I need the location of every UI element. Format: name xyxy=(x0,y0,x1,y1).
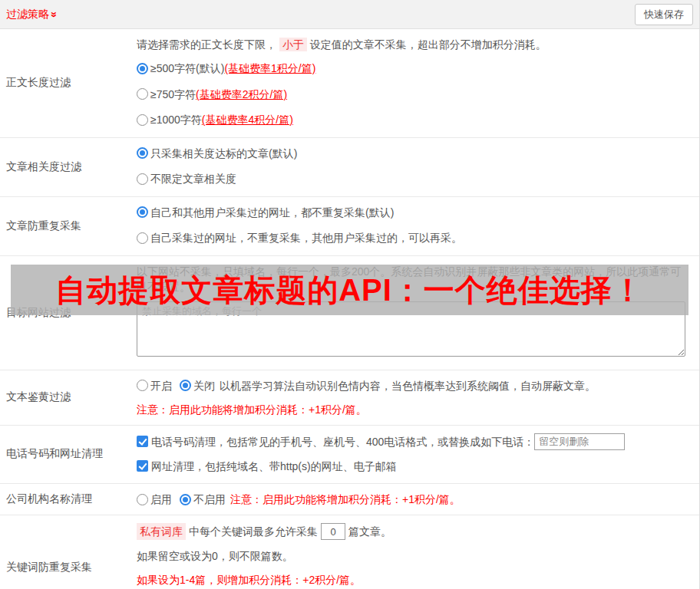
ad-overlay-banner[interactable]: 自动提取文章标题的API：一个绝佳选择！ xyxy=(11,265,688,315)
checkbox-checked-icon[interactable] xyxy=(137,436,148,447)
keyword-dedup-line3: 如果设为1-4篇，则增加积分消耗：+2积分/篇。 xyxy=(137,572,690,587)
radio-icon[interactable] xyxy=(137,380,148,391)
keyword-article-count-input[interactable] xyxy=(321,523,345,540)
private-lexicon-highlight: 私有词库 xyxy=(137,523,186,540)
section-title-toggle[interactable]: 过滤策略 xyxy=(6,8,58,21)
radio-option-porn-off[interactable]: 关闭 xyxy=(180,378,215,393)
porn-filter-desc: 以机器学习算法自动识别色情内容，当色情概率达到系统阈值，自动屏蔽文章。 xyxy=(220,378,596,393)
radio-option-dedup-all[interactable]: 自己和其他用户采集过的网址，都不重复采集(默认) xyxy=(137,205,394,220)
radio-option-1000[interactable]: ≥1000字符 (基础费率4积分/篇) xyxy=(137,112,293,127)
radio-icon[interactable] xyxy=(180,380,191,391)
fee-note: (基础费率4积分/篇) xyxy=(202,112,293,127)
filter-settings-page: 过滤策略 快速保存 正文长度过滤 请选择需求的正文长度下限， 小于 设定值的文章… xyxy=(0,0,700,589)
radio-option-relevance-only[interactable]: 只采集相关度达标的文章(默认) xyxy=(137,146,297,161)
radio-icon[interactable] xyxy=(137,494,148,505)
row-content: 电话号码清理，包括常见的手机号、座机号、400电话格式，或替换成如下电话： 网址… xyxy=(137,426,699,484)
ad-banner-text: 自动提取文章标题的API：一个绝佳选择！ xyxy=(55,269,644,311)
row-content: 开启 关闭 以机器学习算法自动识别色情内容，当色情概率达到系统阈值，自动屏蔽文章… xyxy=(137,370,699,425)
row-keyword-dedup: 关键词防重复采集 私有词库 中每个关键词最多允许采集 篇文章。 如果留空或设为0… xyxy=(0,515,699,589)
row-label: 电话号码和网址清理 xyxy=(0,426,137,484)
replacement-phone-input[interactable] xyxy=(534,433,625,450)
radio-option-750[interactable]: ≥750字符 (基础费率2积分/篇) xyxy=(137,87,287,102)
radio-icon[interactable] xyxy=(137,173,148,185)
row-article-dedup: 文章防重复采集 自己和其他用户采集过的网址，都不重复采集(默认) 自己采集过的网… xyxy=(0,197,699,256)
radio-icon[interactable] xyxy=(137,147,148,159)
row-content: 启用 不启用 注意：启用此功能将增加积分消耗：+1积分/篇。 xyxy=(137,484,699,515)
radio-option-porn-on[interactable]: 开启 xyxy=(137,378,172,393)
row-porn-filter: 文本鉴黄过滤 开启 关闭 以机器学习算法自动识别色情内容，当色情概率达到系统阈值… xyxy=(0,370,699,426)
quick-save-button[interactable]: 快速保存 xyxy=(635,4,693,25)
fee-note: (基础费率1积分/篇) xyxy=(224,61,315,76)
keyword-dedup-line2: 如果留空或设为0，则不限篇数。 xyxy=(137,548,690,564)
row-label: 公司机构名称清理 xyxy=(0,484,137,515)
row-label: 文章相关度过滤 xyxy=(0,138,137,196)
fee-note: (基础费率2积分/篇) xyxy=(196,87,287,102)
row-relevance-filter: 文章相关度过滤 只采集相关度达标的文章(默认) 不限定文章相关度 xyxy=(0,138,699,197)
row-phone-url-clean: 电话号码和网址清理 电话号码清理，包括常见的手机号、座机号、400电话格式，或替… xyxy=(0,426,699,485)
row-content: 私有词库 中每个关键词最多允许采集 篇文章。 如果留空或设为0，则不限篇数。 如… xyxy=(137,515,699,589)
company-clean-note: 注意：启用此功能将增加积分消耗：+1积分/篇。 xyxy=(230,492,461,507)
row-content: 只采集相关度达标的文章(默认) 不限定文章相关度 xyxy=(137,138,699,196)
row-label: 文本鉴黄过滤 xyxy=(0,370,137,425)
header-bar: 过滤策略 快速保存 xyxy=(0,0,699,29)
row-content: 请选择需求的正文长度下限， 小于 设定值的文章不采集，超出部分不增加积分消耗。 … xyxy=(137,29,699,137)
page-title: 过滤策略 xyxy=(6,8,49,21)
radio-icon[interactable] xyxy=(137,206,148,218)
radio-option-company-enable[interactable]: 启用 xyxy=(137,492,172,507)
radio-option-500[interactable]: ≥500字符(默认) (基础费率1积分/篇) xyxy=(137,61,315,76)
radio-icon[interactable] xyxy=(180,494,191,505)
row-company-clean: 公司机构名称清理 启用 不启用 注意：启用此功能将增加积分消耗：+1积分/篇。 xyxy=(0,484,699,515)
double-chevron-down-icon xyxy=(49,12,60,18)
checkbox-url-clean[interactable]: 网址清理，包括纯域名、带http(s)的网址、电子邮箱 xyxy=(137,459,397,474)
checkbox-phone-clean[interactable]: 电话号码清理，包括常见的手机号、座机号、400电话格式，或替换成如下电话： xyxy=(137,434,534,449)
radio-option-dedup-own[interactable]: 自己采集过的网址，不重复采集，其他用户采集过的，可以再采。 xyxy=(137,230,462,245)
radio-icon[interactable] xyxy=(137,114,148,126)
row-label: 正文长度过滤 xyxy=(0,29,137,137)
content-length-intro: 请选择需求的正文长度下限， 小于 设定值的文章不采集，超出部分不增加积分消耗。 xyxy=(137,37,690,52)
radio-icon[interactable] xyxy=(137,63,148,74)
row-content: 自己和其他用户采集过的网址，都不重复采集(默认) 自己采集过的网址，不重复采集，… xyxy=(137,197,699,255)
radio-option-company-disable[interactable]: 不启用 xyxy=(180,492,226,507)
checkbox-checked-icon[interactable] xyxy=(137,460,148,472)
porn-filter-note: 注意：启用此功能将增加积分消耗：+1积分/篇。 xyxy=(137,402,690,417)
radio-option-relevance-any[interactable]: 不限定文章相关度 xyxy=(137,171,236,186)
row-content-length-filter: 正文长度过滤 请选择需求的正文长度下限， 小于 设定值的文章不采集，超出部分不增… xyxy=(0,29,699,138)
row-label: 文章防重复采集 xyxy=(0,197,137,255)
row-label: 关键词防重复采集 xyxy=(0,515,137,589)
radio-icon[interactable] xyxy=(137,88,148,100)
radio-icon[interactable] xyxy=(137,232,148,244)
less-than-highlight: 小于 xyxy=(279,38,307,51)
